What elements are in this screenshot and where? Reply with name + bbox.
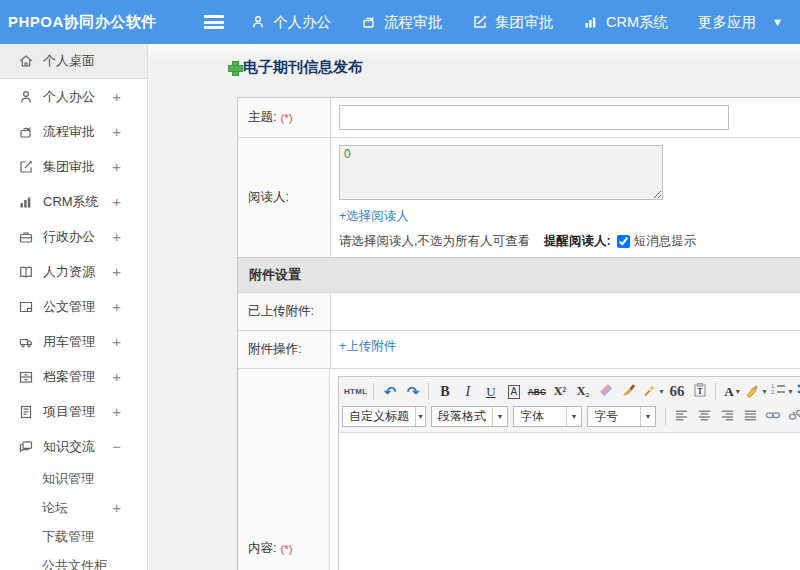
top-nav: 个人办公 流程审批 集团审批 — [250, 13, 783, 32]
editor-toolbar-row-2: 自定义标题▾ 段落格式▾ 字体▾ 字号▾ — [342, 404, 800, 429]
hamburger-menu-icon[interactable] — [204, 15, 224, 29]
font-family-select[interactable]: 字体▾ — [513, 406, 582, 427]
document-icon — [18, 299, 34, 315]
nav-more-apps[interactable]: 更多应用 — [698, 13, 756, 32]
expand-plus-icon[interactable]: + — [112, 368, 121, 385]
uploaded-attachments-label: 已上传附件: — [238, 293, 331, 330]
sidebar-item-admin-office[interactable]: 行政办公 + — [0, 219, 147, 254]
nav-crm-system[interactable]: CRM系统 — [583, 13, 668, 32]
redo-button[interactable]: ↷ — [402, 381, 423, 402]
unordered-list-button[interactable]: ▾ — [795, 381, 800, 402]
format-brush-button[interactable] — [618, 381, 639, 402]
expand-plus-icon[interactable]: + — [112, 298, 121, 315]
project-icon — [18, 404, 34, 420]
sidebar-subitem-public-file-cabinet[interactable]: 公共文件柜 — [0, 551, 147, 570]
uploaded-attachments-value — [331, 293, 800, 330]
italic-button[interactable]: I — [457, 381, 478, 402]
blockquote-button[interactable]: 66 — [666, 381, 687, 402]
expand-plus-icon[interactable]: + — [112, 88, 121, 105]
sidebar-subitem-knowledge-management[interactable]: 知识管理 — [0, 464, 147, 493]
sidebar-item-archive-management[interactable]: 档案管理 + — [0, 359, 147, 394]
font-style-button[interactable]: A — [503, 381, 524, 402]
autotypeset-wand-button[interactable]: ▾ — [641, 381, 664, 402]
paste-text-button[interactable]: T — [689, 381, 710, 402]
sidebar-item-knowledge-exchange[interactable]: 知识交流 − — [0, 429, 147, 464]
sidebar-subitem-forum[interactable]: 论坛 + — [0, 493, 147, 522]
attachment-section-header: 附件设置 — [238, 257, 800, 292]
ordered-list-button[interactable]: 1.2. ▾ — [769, 381, 793, 402]
sidebar-item-human-resources[interactable]: 人力资源 + — [0, 254, 147, 289]
sidebar-item-personal-office[interactable]: 个人办公 + — [0, 79, 147, 114]
expand-plus-icon[interactable]: + — [112, 263, 121, 280]
editor-content-area[interactable] — [339, 433, 800, 570]
subscript-button[interactable]: X₂ — [572, 381, 593, 402]
upload-attachment-link[interactable]: +上传附件 — [339, 338, 396, 355]
attachment-ops-label: 附件操作: — [238, 331, 331, 368]
page-title: 电子期刊信息发布 — [228, 58, 800, 77]
expand-plus-icon[interactable]: + — [112, 228, 121, 245]
expand-plus-icon[interactable]: + — [112, 158, 121, 175]
readers-textarea[interactable]: 0 — [339, 145, 663, 200]
home-icon — [18, 53, 34, 69]
sidebar-item-group-approval[interactable]: 集团审批 + — [0, 149, 147, 184]
sidebar-item-crm-system[interactable]: CRM系统 + — [0, 184, 147, 219]
nav-group-approval[interactable]: 集团审批 — [472, 13, 553, 32]
readers-row: 阅读人: 0 +选择阅读人 请选择阅读人,不选为所有人可查看 提醒阅读人: 短消… — [238, 137, 800, 257]
expand-plus-icon[interactable]: + — [112, 499, 121, 516]
rich-text-editor: HTML ↶ ↷ B I U A ABC X² — [338, 376, 800, 570]
expand-plus-icon[interactable]: + — [112, 403, 121, 420]
sidebar-item-document-management[interactable]: 公文管理 + — [0, 289, 147, 324]
sidebar-item-workflow-approval[interactable]: 流程审批 + — [0, 114, 147, 149]
brush-icon — [621, 382, 637, 401]
flow-icon — [18, 124, 34, 140]
collapse-minus-icon[interactable]: − — [112, 438, 121, 455]
strikethrough-button[interactable]: ABC — [526, 381, 547, 402]
caret-down-icon: ▾ — [659, 387, 663, 396]
link-icon — [765, 407, 781, 426]
underline-button[interactable]: U — [480, 381, 501, 402]
expand-plus-icon[interactable]: + — [112, 193, 121, 210]
archive-icon — [18, 369, 34, 385]
app-title: PHPOA协同办公软件 — [0, 13, 204, 32]
source-code-button[interactable]: HTML — [343, 381, 368, 402]
sidebar-subitem-download-management[interactable]: 下载管理 — [0, 522, 147, 551]
flow-icon — [361, 14, 377, 30]
paragraph-format-select[interactable]: 段落格式▾ — [431, 406, 508, 427]
eraser-button[interactable] — [595, 381, 616, 402]
clipboard-icon: T — [692, 382, 708, 401]
remove-link-button[interactable] — [786, 406, 800, 427]
subject-label: 主题: (*) — [238, 98, 331, 137]
sidebar-item-personal-desktop[interactable]: 个人桌面 — [0, 44, 147, 79]
expand-plus-icon[interactable]: + — [112, 333, 121, 350]
align-left-button[interactable] — [671, 406, 692, 427]
font-size-select[interactable]: 字号▾ — [587, 406, 656, 427]
editor-toolbar-row-1: HTML ↶ ↷ B I U A ABC X² — [342, 379, 800, 404]
undo-button[interactable]: ↶ — [379, 381, 400, 402]
align-center-button[interactable] — [694, 406, 715, 427]
superscript-button[interactable]: X² — [549, 381, 570, 402]
caret-down-icon: ▾ — [566, 407, 581, 426]
align-justify-button[interactable] — [740, 406, 761, 427]
nav-personal-office[interactable]: 个人办公 — [250, 13, 331, 32]
sms-notify-checkbox[interactable] — [617, 235, 630, 248]
align-right-icon — [720, 408, 735, 426]
select-readers-link[interactable]: +选择阅读人 — [339, 208, 409, 225]
align-left-icon — [674, 408, 689, 426]
bold-button[interactable]: B — [434, 381, 455, 402]
nav-workflow-approval[interactable]: 流程审批 — [361, 13, 442, 32]
align-right-button[interactable] — [717, 406, 738, 427]
caret-down-icon[interactable]: ▼ — [772, 16, 783, 28]
eraser-icon — [598, 382, 614, 401]
required-mark: (*) — [280, 112, 292, 124]
font-color-button[interactable]: A▾ — [721, 381, 742, 402]
highlight-color-button[interactable]: ▾ — [744, 381, 767, 402]
subject-input[interactable] — [339, 105, 729, 130]
chart-icon — [18, 194, 34, 210]
unlink-icon — [788, 407, 800, 426]
heading-style-select[interactable]: 自定义标题▾ — [342, 406, 426, 427]
expand-plus-icon[interactable]: + — [112, 123, 121, 140]
sidebar-item-project-management[interactable]: 项目管理 + — [0, 394, 147, 429]
align-justify-icon — [743, 408, 758, 426]
sidebar-item-vehicle-management[interactable]: 用车管理 + — [0, 324, 147, 359]
insert-link-button[interactable] — [763, 406, 784, 427]
